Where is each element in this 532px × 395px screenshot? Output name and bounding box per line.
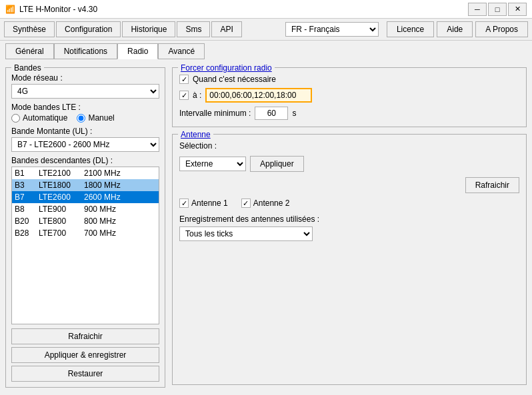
- mode-bandes-section: Mode bandes LTE : Automatique Manuel: [11, 103, 159, 123]
- antenne2-check-label[interactable]: Antenne 2: [241, 198, 290, 208]
- antenne2-checkbox[interactable]: [241, 198, 251, 208]
- antenne1-checkbox[interactable]: [179, 198, 189, 208]
- interval-unit: s: [292, 109, 296, 118]
- a-checkbox[interactable]: [179, 91, 189, 100]
- time-input[interactable]: [205, 88, 312, 103]
- tab-historique[interactable]: Historique: [122, 21, 175, 37]
- selection-label: Sélection :: [179, 141, 217, 151]
- mode-reseau-label: Mode réseau :: [11, 73, 159, 83]
- antenne1-label: Antenne 1: [191, 198, 228, 208]
- apropos-button[interactable]: A Propos: [475, 21, 528, 37]
- menu-bar: Synthèse Configuration Historique Sms AP…: [0, 19, 532, 41]
- title-bar: 📶 LTE H-Monitor - v4.30 ─ □ ✕: [0, 0, 532, 19]
- a-label: à :: [193, 91, 201, 100]
- mode-reseau-section: Mode réseau : 4G 2G 3G Auto: [11, 73, 159, 99]
- quand-checkbox[interactable]: [179, 75, 189, 84]
- antenne-selection-row: Sélection :: [179, 141, 519, 151]
- quand-label: Quand c'est nécessaire: [193, 75, 276, 84]
- maximize-button[interactable]: □: [488, 3, 507, 16]
- antenne2-label: Antenne 2: [253, 198, 290, 208]
- table-row[interactable]: B20 LTE800 800 MHz: [12, 215, 159, 227]
- minimize-button[interactable]: ─: [468, 3, 487, 16]
- interval-input[interactable]: [255, 107, 288, 120]
- antenne-select-row: Externe Interne Auto Appliquer: [179, 156, 519, 172]
- ticks-select[interactable]: Tous les ticks Toutes les minutes Toutes…: [179, 226, 313, 241]
- enreg-section: Enregistrement des antennes utilisées : …: [179, 214, 519, 241]
- forcer-row-2: à :: [179, 88, 519, 103]
- top-buttons: Licence Aide A Propos: [387, 21, 528, 37]
- tab-configuration[interactable]: Configuration: [56, 21, 121, 37]
- mode-reseau-select[interactable]: 4G 2G 3G Auto: [11, 84, 159, 99]
- licence-button[interactable]: Licence: [387, 21, 434, 37]
- title-bar-controls: ─ □ ✕: [468, 3, 527, 16]
- radio-automatique[interactable]: Automatique: [11, 113, 67, 123]
- subtab-radio[interactable]: Radio: [117, 43, 158, 59]
- bandes-desc-section: Bandes descendantes (DL) : B1 LTE2100 21…: [11, 156, 159, 324]
- title-bar-left: 📶 LTE H-Monitor - v4.30: [5, 5, 97, 14]
- forcer-title[interactable]: Forcer configuration radio: [178, 63, 275, 73]
- app-title: LTE H-Monitor - v4.30: [19, 5, 97, 14]
- enreg-label: Enregistrement des antennes utilisées :: [179, 214, 519, 224]
- antenne-select[interactable]: Externe Interne Auto: [179, 157, 246, 171]
- action-buttons: Rafraichir Appliquer & enregistrer Resta…: [11, 328, 159, 382]
- table-row[interactable]: B3 LTE1800 1800 MHz: [12, 179, 159, 191]
- antenne-title[interactable]: Antenne: [178, 130, 213, 139]
- forcer-panel: Forcer configuration radio Quand c'est n…: [172, 67, 527, 127]
- table-row[interactable]: B7 LTE2600 2600 MHz: [12, 191, 159, 203]
- bande-montante-section: Bande Montante (UL) : B7 - LTE2600 - 260…: [11, 127, 159, 152]
- app-icon: 📶: [5, 5, 15, 14]
- bandes-desc-label: Bandes descendantes (DL) :: [11, 156, 159, 165]
- restaurer-button[interactable]: Restaurer: [11, 366, 159, 382]
- dl-list: B1 LTE2100 2100 MHz B3 LTE1800 1800 MHz …: [11, 167, 159, 324]
- table-row[interactable]: B8 LTE900 900 MHz: [12, 203, 159, 215]
- main-content: Bandes Mode réseau : 4G 2G 3G Auto Mode …: [0, 59, 532, 390]
- antenne-checks: Antenne 1 Antenne 2: [179, 198, 519, 208]
- appliquer-enregistrer-button[interactable]: Appliquer & enregistrer: [11, 347, 159, 363]
- radio-group: Automatique Manuel: [11, 113, 159, 123]
- tab-sms[interactable]: Sms: [177, 21, 210, 37]
- table-row[interactable]: B28 LTE700 700 MHz: [12, 227, 159, 239]
- subtab-general[interactable]: Général: [5, 43, 54, 59]
- rafraichir-button[interactable]: Rafraichir: [11, 328, 159, 344]
- appliquer-antenne-button[interactable]: Appliquer: [250, 156, 304, 172]
- table-row[interactable]: B1 LTE2100 2100 MHz: [12, 167, 159, 179]
- language-selector-wrap: FR - Français EN - English DE - Deutsch: [285, 22, 379, 37]
- antenne1-check-label[interactable]: Antenne 1: [179, 198, 228, 208]
- bandes-panel: Bandes Mode réseau : 4G 2G 3G Auto Mode …: [5, 67, 165, 388]
- sub-tabs: Général Notifications Radio Avancé: [0, 41, 532, 59]
- tab-synthese[interactable]: Synthèse: [4, 21, 55, 37]
- bande-montante-label: Bande Montante (UL) :: [11, 127, 159, 136]
- subtab-avance[interactable]: Avancé: [158, 43, 205, 59]
- bande-montante-select[interactable]: B7 - LTE2600 - 2600 MHz B1 - LTE2100 - 2…: [11, 137, 159, 152]
- right-panel: Forcer configuration radio Quand c'est n…: [172, 67, 527, 385]
- radio-manuel[interactable]: Manuel: [77, 113, 114, 123]
- aide-button[interactable]: Aide: [437, 21, 473, 37]
- language-select[interactable]: FR - Français EN - English DE - Deutsch: [285, 22, 379, 37]
- bandes-title: Bandes: [11, 63, 44, 73]
- subtab-notifications[interactable]: Notifications: [54, 43, 117, 59]
- tab-api[interactable]: API: [211, 21, 241, 37]
- interval-label: Intervalle minimum :: [179, 109, 251, 118]
- antenne-panel: Antenne Sélection : Externe Interne Auto…: [172, 134, 527, 385]
- mode-bandes-label: Mode bandes LTE :: [11, 103, 159, 112]
- close-button[interactable]: ✕: [508, 3, 527, 16]
- rafraichir-antenne-button[interactable]: Rafraichir: [465, 177, 519, 193]
- forcer-row-1: Quand c'est nécessaire: [179, 75, 519, 84]
- interval-row: Intervalle minimum : s: [179, 107, 519, 120]
